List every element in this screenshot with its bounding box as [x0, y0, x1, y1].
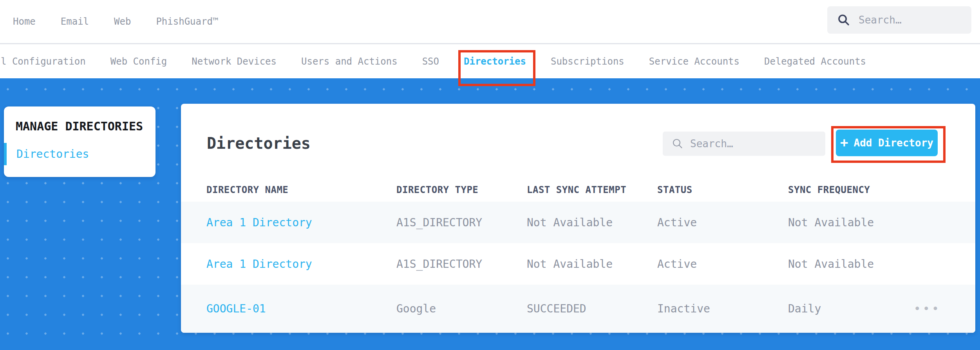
- tab-email-configuration[interactable]: l Configuration: [1, 44, 86, 78]
- col-header-last-sync-attempt: LAST SYNC ATTEMPT: [527, 184, 657, 195]
- last-sync-cell: Not Available: [527, 216, 657, 229]
- directory-type-cell: A1S_DIRECTORY: [396, 258, 527, 271]
- nav-link-email[interactable]: Email: [61, 16, 89, 27]
- col-header-directory-name: DIRECTORY NAME: [206, 184, 396, 195]
- app-root: Home Email Web PhishGuard™ l Configurati…: [0, 0, 980, 350]
- nav-link-phishguard[interactable]: PhishGuard™: [156, 16, 218, 27]
- page-title: Directories: [207, 134, 311, 152]
- table-header-row: DIRECTORY NAME DIRECTORY TYPE LAST SYNC …: [181, 178, 975, 202]
- sync-frequency-cell: Not Available: [788, 216, 975, 229]
- last-sync-cell: SUCCEEDED: [527, 302, 657, 315]
- add-directory-button-label: Add Directory: [853, 137, 933, 149]
- sidebar-title: MANAGE DIRECTORIES: [16, 119, 143, 133]
- col-header-status: STATUS: [657, 184, 788, 195]
- status-cell: Active: [657, 216, 788, 229]
- directory-name-link[interactable]: GOOGLE-01: [206, 302, 396, 315]
- sidebar-card: MANAGE DIRECTORIES Directories: [4, 106, 155, 177]
- col-header-sync-frequency: SYNC FREQUENCY: [788, 184, 975, 195]
- sidebar-active-indicator: [4, 143, 7, 165]
- tab-users-and-actions[interactable]: Users and Actions: [301, 44, 398, 78]
- tab-directories-label: Directories: [464, 56, 526, 67]
- tab-subscriptions[interactable]: Subscriptions: [551, 44, 624, 78]
- directories-search-input[interactable]: [690, 138, 808, 150]
- status-cell: Inactive: [657, 302, 788, 315]
- table-row: Area 1 Directory A1S_DIRECTORY Not Avail…: [181, 243, 975, 285]
- sidebar-item-label: Directories: [16, 148, 89, 161]
- search-icon: [837, 14, 850, 26]
- directory-name-link[interactable]: Area 1 Directory: [206, 216, 396, 229]
- nav-link-home[interactable]: Home: [13, 16, 36, 27]
- global-search-box[interactable]: [827, 6, 971, 34]
- tab-delegated-accounts[interactable]: Delegated Accounts: [764, 44, 866, 78]
- last-sync-cell: Not Available: [527, 258, 657, 271]
- top-nav: Home Email Web PhishGuard™: [0, 0, 980, 43]
- sidebar-item-directories[interactable]: Directories: [4, 143, 155, 165]
- tab-directories[interactable]: Directories: [464, 44, 526, 78]
- col-header-directory-type: DIRECTORY TYPE: [396, 184, 527, 195]
- tab-web-config[interactable]: Web Config: [110, 44, 167, 78]
- tab-network-devices[interactable]: Network Devices: [192, 44, 277, 78]
- table-row: GOOGLE-01 Google SUCCEEDED Inactive Dail…: [181, 285, 975, 333]
- directory-type-cell: A1S_DIRECTORY: [396, 216, 527, 229]
- tab-nav: l Configuration Web Config Network Devic…: [0, 44, 980, 78]
- table-row: Area 1 Directory A1S_DIRECTORY Not Avail…: [181, 202, 975, 243]
- search-icon: [672, 138, 683, 149]
- add-directory-button[interactable]: + Add Directory: [836, 130, 938, 156]
- tab-service-accounts[interactable]: Service Accounts: [649, 44, 740, 78]
- plus-icon: +: [840, 136, 848, 149]
- directories-search-box[interactable]: [663, 132, 825, 156]
- sync-frequency-cell: Daily: [788, 302, 975, 315]
- directory-name-link[interactable]: Area 1 Directory: [206, 258, 396, 271]
- directory-type-cell: Google: [396, 302, 527, 315]
- tab-sso[interactable]: SSO: [422, 44, 439, 78]
- directories-panel: Directories + Add Directory DIRECTORY NA…: [181, 104, 975, 333]
- global-search-input[interactable]: [859, 14, 964, 26]
- content-area: MANAGE DIRECTORIES Directories Directori…: [0, 78, 980, 350]
- nav-link-web[interactable]: Web: [114, 16, 131, 27]
- row-actions-menu-icon[interactable]: •••: [914, 303, 941, 315]
- status-cell: Active: [657, 258, 788, 271]
- sync-frequency-cell: Not Available: [788, 258, 975, 271]
